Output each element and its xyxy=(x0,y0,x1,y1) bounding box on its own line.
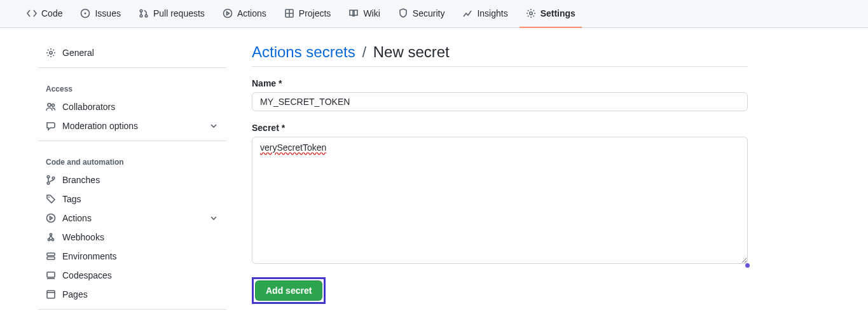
nav-issues[interactable]: Issues xyxy=(74,0,127,28)
sidebar-heading-access: Access xyxy=(38,73,226,97)
breadcrumb-current: New secret xyxy=(373,43,450,60)
name-label: Name * xyxy=(252,78,748,88)
svg-rect-19 xyxy=(47,253,55,256)
sidebar-item-collaborators[interactable]: Collaborators xyxy=(38,97,226,116)
nav-issues-label: Issues xyxy=(95,8,120,18)
webhook-icon xyxy=(46,232,56,242)
svg-point-4 xyxy=(145,15,148,17)
sidebar-item-pages[interactable]: Pages xyxy=(38,285,226,304)
divider xyxy=(38,309,226,310)
nav-settings[interactable]: Settings xyxy=(520,0,582,28)
sidebar-codespaces-label: Codespaces xyxy=(62,270,112,280)
svg-rect-21 xyxy=(47,272,55,277)
sidebar-collaborators-label: Collaborators xyxy=(62,102,115,112)
divider xyxy=(38,67,226,68)
svg-point-7 xyxy=(529,11,532,14)
insights-icon xyxy=(462,8,472,18)
nav-insights-label: Insights xyxy=(477,8,507,18)
add-secret-button[interactable]: Add secret xyxy=(255,280,322,301)
sidebar-branches-label: Branches xyxy=(62,175,100,185)
sidebar-item-codespaces[interactable]: Codespaces xyxy=(38,266,226,285)
svg-point-18 xyxy=(50,233,52,235)
svg-point-17 xyxy=(52,238,53,240)
sidebar-item-general[interactable]: General xyxy=(38,43,226,62)
sidebar-environments-label: Environments xyxy=(62,251,117,261)
nav-code[interactable]: Code xyxy=(20,0,69,28)
nav-wiki[interactable]: Wiki xyxy=(342,0,386,28)
codespaces-icon xyxy=(46,270,56,280)
nav-security[interactable]: Security xyxy=(392,0,451,28)
svg-point-14 xyxy=(48,196,50,198)
chevron-down-icon xyxy=(209,213,219,223)
actions-icon xyxy=(223,8,233,18)
resize-handle-indicator xyxy=(745,263,750,268)
form-group-secret: Secret * verySecretToken xyxy=(252,123,748,266)
sidebar-item-environments[interactable]: Environments xyxy=(38,247,226,266)
sidebar-item-webhooks[interactable]: Webhooks xyxy=(38,228,226,247)
nav-settings-label: Settings xyxy=(541,8,575,18)
breadcrumb-sep: / xyxy=(359,43,369,60)
tag-icon xyxy=(46,194,56,204)
divider xyxy=(38,141,226,141)
svg-point-9 xyxy=(48,104,51,107)
nav-code-label: Code xyxy=(41,8,62,18)
sidebar-item-branches[interactable]: Branches xyxy=(38,170,226,189)
people-icon xyxy=(46,102,56,112)
play-circle-icon xyxy=(46,213,56,223)
sidebar-item-tags[interactable]: Tags xyxy=(38,189,226,209)
svg-point-15 xyxy=(47,214,55,223)
sidebar-item-actions[interactable]: Actions xyxy=(38,209,226,228)
settings-sidebar: General Access Collaborators Moderation … xyxy=(38,43,226,315)
security-icon xyxy=(398,8,408,18)
nav-insights[interactable]: Insights xyxy=(456,0,514,28)
svg-point-2 xyxy=(140,10,142,12)
secret-label: Secret * xyxy=(252,123,748,133)
pages-icon xyxy=(46,289,56,299)
svg-point-1 xyxy=(85,12,86,14)
chevron-down-icon xyxy=(209,121,219,131)
svg-point-16 xyxy=(48,238,50,240)
pull-request-icon xyxy=(139,8,149,18)
sidebar-item-moderation[interactable]: Moderation options xyxy=(38,116,226,135)
nav-security-label: Security xyxy=(413,8,445,18)
sidebar-tags-label: Tags xyxy=(62,194,81,204)
nav-wiki-label: Wiki xyxy=(363,8,380,18)
page-title: Actions secrets / New secret xyxy=(252,43,748,67)
gear-icon xyxy=(46,48,56,58)
sidebar-heading-code: Code and automation xyxy=(38,146,226,170)
sidebar-webhooks-label: Webhooks xyxy=(62,232,104,242)
svg-rect-20 xyxy=(47,257,55,259)
nav-actions[interactable]: Actions xyxy=(216,0,273,28)
code-icon xyxy=(27,8,37,18)
form-group-name: Name * xyxy=(252,78,748,111)
add-secret-highlight: Add secret xyxy=(252,277,326,304)
sidebar-actions-label: Actions xyxy=(62,213,92,223)
sidebar-moderation-label: Moderation options xyxy=(62,121,138,131)
name-input[interactable] xyxy=(252,92,748,111)
svg-point-13 xyxy=(52,177,55,179)
svg-point-10 xyxy=(52,104,55,107)
svg-point-5 xyxy=(223,9,231,17)
projects-icon xyxy=(284,8,294,18)
svg-point-11 xyxy=(47,175,50,178)
repo-nav: Code Issues Pull requests Actions Projec… xyxy=(0,0,868,28)
breadcrumb-parent[interactable]: Actions secrets xyxy=(252,43,355,60)
svg-point-3 xyxy=(140,15,142,17)
moderation-icon xyxy=(46,121,56,131)
nav-pulls-label: Pull requests xyxy=(153,8,205,18)
svg-point-8 xyxy=(50,52,52,54)
wiki-icon xyxy=(348,8,359,18)
sidebar-general-label: General xyxy=(62,48,94,58)
nav-projects-label: Projects xyxy=(299,8,331,18)
nav-pulls[interactable]: Pull requests xyxy=(132,0,211,28)
nav-projects[interactable]: Projects xyxy=(278,0,338,28)
issues-icon xyxy=(80,8,90,18)
svg-rect-22 xyxy=(47,291,55,298)
sidebar-pages-label: Pages xyxy=(62,289,88,299)
branch-icon xyxy=(46,175,56,185)
environments-icon xyxy=(46,251,56,261)
main-content: Actions secrets / New secret Name * Secr… xyxy=(252,43,748,315)
secret-textarea[interactable] xyxy=(252,137,748,264)
svg-point-12 xyxy=(47,182,50,184)
nav-actions-label: Actions xyxy=(237,8,266,18)
